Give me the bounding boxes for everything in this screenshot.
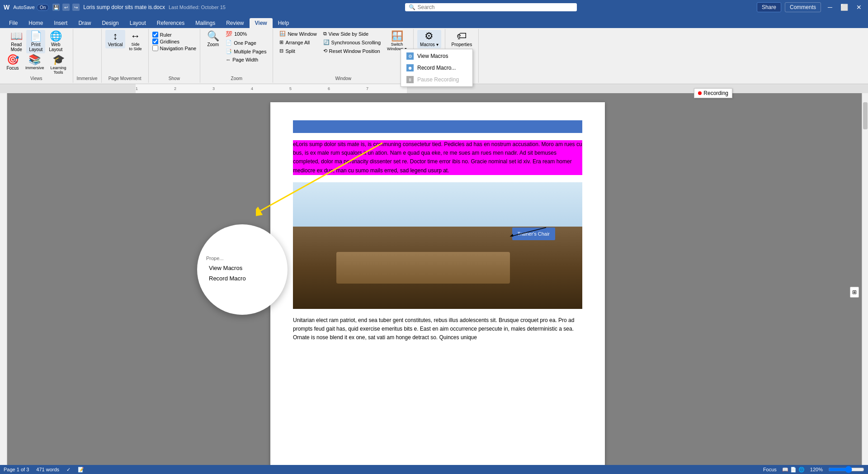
record-macro-label: Record Macro...	[417, 65, 456, 71]
search-input[interactable]	[417, 4, 573, 10]
print-layout-button[interactable]: 📄 PrintLayout	[26, 30, 45, 53]
doc-title: Loris sump dolor sits mate is.docx	[83, 4, 165, 10]
footer-text-content: Unitarian elect ram patriot, end sea tub…	[293, 317, 574, 341]
tab-design[interactable]: Design	[96, 18, 124, 28]
split-icon: ⊟	[279, 48, 283, 54]
page-width-button[interactable]: ↔ Page Width	[223, 56, 269, 63]
ribbon-group-page-movement: ↕ Vertical ↔ Sideto Side Page Movement	[102, 29, 149, 83]
new-window-label: New Window	[288, 31, 316, 37]
window-options-left: 🪟 New Window ⊞ Arrange All ⊟ Split	[277, 30, 319, 55]
window-options-right: ⧉ View Side by Side 🔄 Synchronous Scroll…	[321, 30, 383, 55]
side-to-side-icon: ↔	[130, 31, 140, 41]
zoom-button[interactable]: 🔍 Zoom	[204, 30, 222, 48]
pause-recording-label: Pause Recording	[417, 76, 459, 83]
zoom-options: 💯 100% 📄 One Page 📑 Multiple Pages ↔ Pag…	[223, 30, 269, 63]
ruler-checkbox[interactable]: Ruler	[152, 32, 197, 38]
sync-scrolling-button[interactable]: 🔄 Synchronous Scrolling	[321, 38, 383, 46]
spelling-icon[interactable]: ✓	[66, 467, 71, 473]
side-to-side-button[interactable]: ↔ Sideto Side	[126, 30, 144, 52]
web-view-icon[interactable]: 🌐	[798, 467, 805, 473]
record-macro-icon: ⏺	[406, 64, 414, 71]
view-side-by-side-icon: ⧉	[323, 31, 327, 37]
word-count: 471 words	[36, 467, 59, 473]
focus-label[interactable]: Focus	[763, 467, 777, 472]
search-bar[interactable]: 🔍	[405, 3, 577, 11]
save-icon[interactable]: 💾	[52, 4, 60, 11]
comments-button[interactable]: Comments	[785, 2, 821, 12]
learning-label: LearningTools	[51, 66, 66, 75]
ribbon-tabs: File Home Insert Draw Design Layout Refe…	[0, 14, 868, 28]
document-page: eLoris sump dolor sits mate is, is commu…	[270, 102, 605, 474]
view-side-by-side-button[interactable]: ⧉ View Side by Side	[321, 30, 383, 38]
view-macros-menu-item[interactable]: ⚙ View Macros	[401, 50, 472, 62]
nav-pane-checkbox[interactable]: Navigation Pane	[152, 45, 197, 51]
web-layout-button[interactable]: 🌐 WebLayout	[46, 30, 65, 53]
sync-scrolling-label: Synchronous Scrolling	[331, 40, 381, 45]
view-macros-label: View Macros	[417, 53, 448, 59]
print-view-icon[interactable]: 📄	[790, 467, 797, 473]
one-page-button[interactable]: 📄 One Page	[223, 39, 269, 47]
circle-record-macro[interactable]: Record Macro	[206, 273, 278, 284]
immersive-button[interactable]: 📚 Immersive	[23, 53, 47, 71]
read-mode-button[interactable]: 📖 ReadMode	[7, 30, 25, 53]
right-scrollbar[interactable]	[862, 93, 868, 474]
search-icon: 🔍	[409, 4, 415, 10]
gridlines-checkbox[interactable]: Gridlines	[152, 38, 197, 44]
new-window-button[interactable]: 🪟 New Window	[277, 30, 319, 38]
tab-insert[interactable]: Insert	[48, 18, 73, 28]
macros-button[interactable]: ⚙ Macros ▾	[417, 30, 441, 48]
tab-view[interactable]: View	[250, 18, 273, 28]
sync-scrolling-icon: 🔄	[323, 39, 330, 45]
window-label: Window	[335, 76, 351, 82]
zoom-slider[interactable]	[828, 466, 864, 473]
new-window-icon: 🪟	[279, 31, 286, 37]
read-view-icon[interactable]: 📖	[782, 467, 788, 473]
split-button[interactable]: ⊟ Split	[277, 47, 319, 55]
recording-label: Recording	[703, 90, 728, 96]
tab-file[interactable]: File	[4, 18, 23, 28]
autosave-toggle[interactable]: On	[37, 4, 49, 11]
tab-references[interactable]: References	[151, 18, 190, 28]
arrange-all-button[interactable]: ⊞ Arrange All	[277, 38, 319, 46]
undo-icon[interactable]: ↩	[62, 4, 70, 11]
restore-button[interactable]: ⬜	[839, 2, 850, 13]
properties-icon: 🏷	[457, 31, 467, 41]
reset-window-button[interactable]: ⟲ Reset Window Position	[321, 47, 383, 55]
redo-icon[interactable]: ↪	[72, 4, 80, 11]
document-scroll-area[interactable]: eLoris sump dolor sits mate is, is commu…	[7, 93, 868, 474]
title-bar-left: W AutoSave On 💾 ↩ ↪ Loris sump dolor sit…	[4, 4, 226, 11]
recording-dot	[698, 91, 702, 95]
vertical-ruler	[0, 93, 7, 474]
vertical-button[interactable]: ↕ Vertical	[105, 30, 126, 48]
zoom-100-button[interactable]: 💯 100%	[223, 30, 269, 38]
close-button[interactable]: ✕	[854, 2, 864, 13]
share-button[interactable]: Share	[757, 2, 781, 12]
pause-recording-menu-item[interactable]: ⏸ Pause Recording	[401, 74, 472, 85]
circle-view-macros[interactable]: View Macros	[206, 263, 278, 273]
highlighted-text: eLoris sump dolor sits mate is, is commu…	[293, 141, 582, 174]
tab-help[interactable]: Help	[273, 18, 295, 28]
ribbon-group-immersive: Immersive	[73, 29, 102, 83]
tab-review[interactable]: Review	[221, 18, 249, 28]
record-macro-menu-item[interactable]: ⏺ Record Macro...	[401, 62, 472, 74]
learning-tools-button[interactable]: 🎓 LearningTools	[48, 53, 69, 76]
title-bar-center: 🔍	[405, 3, 577, 11]
focus-button[interactable]: 🎯 Focus	[4, 53, 22, 72]
tab-draw[interactable]: Draw	[73, 18, 96, 28]
footer-text: Unitarian elect ram patriot, end sea tub…	[293, 316, 582, 342]
quick-access-toolbar: 💾 ↩ ↪	[52, 4, 80, 11]
tab-mailings[interactable]: Mailings	[190, 18, 221, 28]
status-bar: Page 1 of 3 471 words ✓ 📝 Focus 📖 📄 🌐 12…	[0, 465, 868, 474]
arrange-all-icon: ⊞	[279, 39, 283, 45]
tab-home[interactable]: Home	[23, 18, 48, 28]
properties-button[interactable]: 🏷 Properties	[449, 30, 475, 48]
title-bar-right: Share Comments ─ ⬜ ✕	[757, 2, 864, 13]
side-to-side-label: Sideto Side	[129, 42, 142, 51]
ribbon-group-show: Ruler Gridlines Navigation Pane Show	[149, 29, 201, 83]
minimize-button[interactable]: ─	[825, 2, 835, 13]
side-panel-icon[interactable]: ⊞	[850, 287, 859, 298]
tab-layout[interactable]: Layout	[124, 18, 151, 28]
vertical-label: Vertical	[108, 42, 123, 47]
multiple-pages-button[interactable]: 📑 Multiple Pages	[223, 47, 269, 55]
focus-icon: 🎯	[7, 55, 19, 65]
